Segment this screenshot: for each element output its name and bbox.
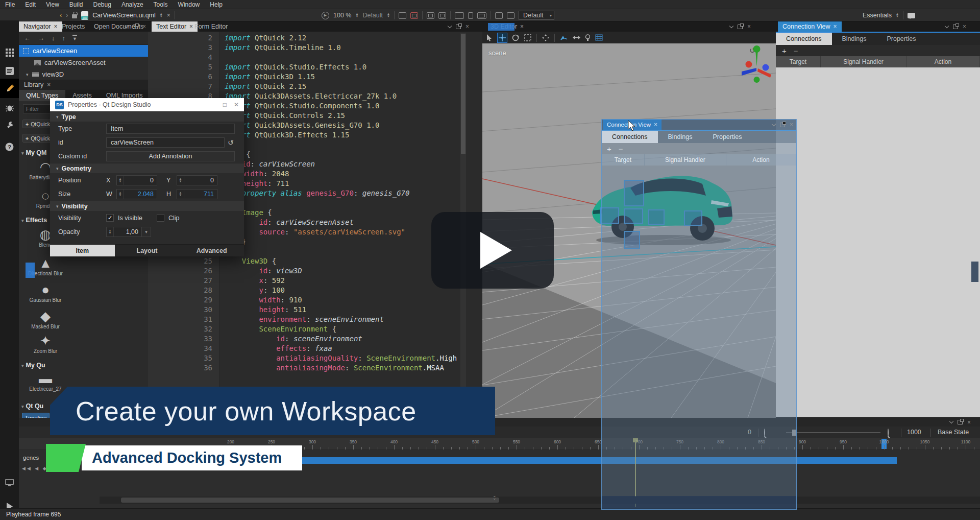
column-icon[interactable] [468, 12, 473, 19]
rotate-tool-icon[interactable] [512, 34, 519, 41]
tab-connections[interactable]: Connections [602, 131, 658, 143]
library-item-zoom-blur[interactable]: ✦Zoom Blur [23, 333, 68, 354]
tab-3d-editor[interactable]: 3D Editor× [486, 21, 528, 32]
3d-dock-controls[interactable]: × [730, 21, 751, 32]
close-icon[interactable]: × [963, 23, 966, 30]
current-file-name[interactable]: CarViewScreen.ui.qml [92, 12, 155, 19]
style-select[interactable]: Default [362, 12, 383, 19]
export-icon[interactable] [410, 12, 418, 19]
zoom-in-icon[interactable] [888, 429, 889, 437]
tab-item[interactable]: Item [50, 245, 115, 256]
editor-dock-controls[interactable]: × [448, 21, 469, 32]
menu-help[interactable]: Help [210, 1, 223, 8]
library-item-masked-blur[interactable]: ◆Masked Blur [23, 309, 68, 329]
orientation-tool-icon[interactable] [573, 35, 580, 40]
ruler-icon[interactable] [455, 12, 464, 19]
close-icon[interactable]: × [465, 23, 469, 30]
chevron-down-icon[interactable] [772, 122, 776, 126]
column-target[interactable]: Target [602, 154, 645, 166]
help-icon[interactable]: ? [0, 139, 19, 154]
select-tool-icon[interactable] [486, 34, 493, 41]
navigator-dock-controls[interactable]: × [125, 21, 146, 32]
menu-debug[interactable]: Debug [93, 1, 111, 8]
remove-connection-button[interactable]: − [619, 145, 623, 153]
welcome-grid-icon[interactable] [0, 45, 19, 60]
menu-analyze[interactable]: Analyze [121, 1, 143, 8]
menu-bar[interactable]: FileEditViewBuildDebugAnalyzeToolsWindow… [0, 0, 980, 9]
library-section-my-qu[interactable]: ▾My Qu [21, 362, 67, 369]
menu-tools[interactable]: Tools [154, 1, 168, 8]
tab-bindings[interactable]: Bindings [658, 131, 703, 143]
is-visible-checkbox[interactable]: ✓ [106, 214, 114, 222]
library-item-gaussian-blur[interactable]: ●Gaussian Blur [23, 282, 68, 303]
perspective-select[interactable]: Essentials [863, 12, 892, 19]
chevron-down-icon[interactable] [448, 23, 452, 28]
close-icon[interactable]: ✕ [234, 101, 239, 108]
collapse-chevrons-icon[interactable]: ⌄⌄ [493, 494, 497, 500]
run-button[interactable]: ▶ [322, 12, 329, 19]
close-icon[interactable]: × [142, 23, 146, 30]
library-item-electriccar_27[interactable]: ▬Electriccar_27 [23, 371, 68, 392]
column-signal-handler[interactable]: Signal Handler [645, 154, 726, 166]
column-signal-handler[interactable]: Signal Handler [821, 56, 906, 67]
tree-item-carviewscreen[interactable]: carViewScreen [19, 45, 148, 57]
zoom-stepper[interactable]: ▲▼ [355, 13, 358, 18]
debug-bug-icon[interactable] [0, 100, 19, 115]
tab-connections[interactable]: Connections [776, 33, 832, 45]
float-icon[interactable] [456, 25, 461, 29]
tab-form-editor[interactable]: Form Editor [190, 21, 232, 32]
chevron-down-icon[interactable] [949, 419, 953, 423]
floating-dock-controls[interactable]: × [772, 120, 793, 130]
design-mode-pencil-icon[interactable] [0, 79, 19, 98]
dialog-titlebar[interactable]: DS Properties - Qt Design Studio □ ✕ [50, 98, 244, 111]
opacity-dropdown-icon[interactable]: ▾ [142, 227, 151, 237]
timeline-scrollbar[interactable] [100, 497, 980, 504]
add-annotation-button[interactable]: Add Annotation [106, 151, 235, 161]
tab-connection-view[interactable]: Connection View× [778, 21, 842, 32]
light-tool-icon[interactable] [585, 34, 590, 41]
close-icon[interactable]: × [520, 23, 524, 30]
move-right-icon[interactable]: → [38, 34, 44, 42]
scale-tool-icon[interactable] [524, 34, 531, 41]
move-down-icon[interactable]: ↓ [52, 34, 55, 42]
close-file-button[interactable]: × [167, 12, 170, 19]
kit-select[interactable]: Default [519, 11, 554, 20]
state-label[interactable]: Base State [938, 429, 969, 436]
chevron-down-icon[interactable] [125, 23, 129, 28]
chevron-down-icon[interactable] [945, 23, 949, 28]
float-icon[interactable] [738, 25, 743, 29]
close-icon[interactable]: × [47, 81, 51, 88]
reset-id-icon[interactable]: ↺ [228, 138, 234, 147]
tab-layout[interactable]: Layout [115, 245, 180, 256]
menu-file[interactable]: File [5, 1, 15, 8]
tools-wrench-icon[interactable] [0, 117, 19, 133]
grid-toggle-icon[interactable] [595, 34, 603, 41]
maximize-icon[interactable]: □ [223, 101, 227, 108]
float-icon[interactable] [953, 25, 958, 29]
file-stepper[interactable]: ▲▼ [160, 13, 163, 18]
grid-layout-icon[interactable] [477, 12, 486, 19]
column-action[interactable]: Action [906, 56, 980, 67]
add-connection-button[interactable]: + [607, 145, 611, 153]
menu-window[interactable]: Window [178, 1, 200, 8]
move-left-icon[interactable]: ← [24, 34, 31, 42]
menu-view[interactable]: View [46, 1, 59, 8]
tab-properties[interactable]: Properties [702, 131, 752, 143]
timeline-end-frame[interactable]: 1000 [907, 429, 921, 436]
tab-projects[interactable]: Projects [57, 21, 89, 32]
clear-icon[interactable] [507, 12, 514, 19]
bounds-icon[interactable] [427, 12, 434, 19]
floating-connection-view[interactable]: Connection View× × Connections Bindings … [601, 119, 797, 510]
tree-item-carviewscreenasset[interactable]: carViewScreenAsset [19, 57, 148, 68]
fit-selected-icon[interactable] [542, 34, 549, 41]
remove-connection-button[interactable]: − [794, 46, 798, 55]
forward-button[interactable]: › [66, 12, 68, 19]
close-icon[interactable]: × [790, 121, 793, 128]
opacity-spinbox[interactable]: ▲▼1,00 [106, 227, 142, 237]
axis-gizmo[interactable] [738, 45, 776, 86]
close-icon[interactable]: × [967, 419, 971, 426]
timeline-section-bar[interactable] [300, 457, 897, 464]
section-geometry[interactable]: ▾Geometry [50, 163, 244, 173]
float-icon[interactable] [958, 420, 963, 424]
right-scrollbar-thumb[interactable] [971, 262, 978, 282]
